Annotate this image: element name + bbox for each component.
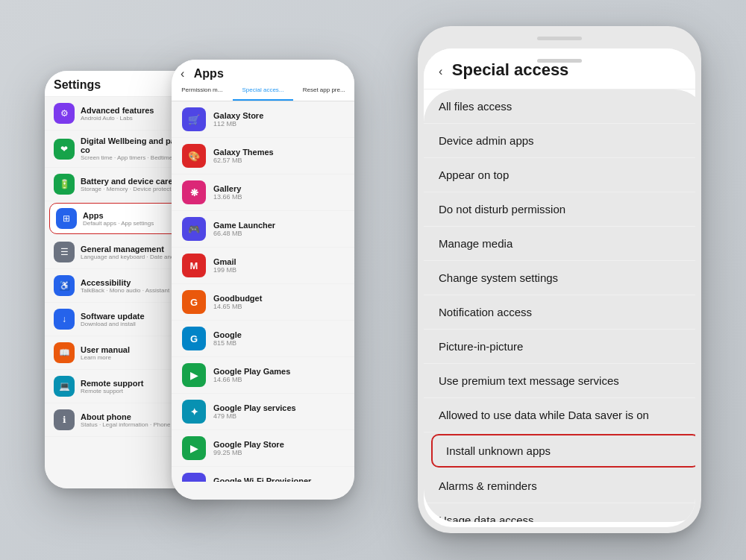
settings-icon-general: ☰ xyxy=(54,242,75,262)
app-item-google-wifi[interactable]: ✉ Google Wi-Fi Provisioner 3.41 MB xyxy=(172,467,354,482)
app-name: Gmail xyxy=(213,257,236,266)
settings-icon-manual: 📖 xyxy=(54,342,75,363)
app-icon-google: G xyxy=(182,327,206,350)
app-item-gallery[interactable]: ❋ Gallery 13.66 MB xyxy=(172,174,354,211)
back-arrow-special-icon[interactable]: ‹ xyxy=(439,65,442,78)
phone-apps: ‹ Apps Permission m... Special acces... … xyxy=(172,60,354,500)
app-text-google-play-services: Google Play services 479 MB xyxy=(213,403,296,420)
app-icon-google-play-games: ▶ xyxy=(182,363,206,387)
settings-item-title: Software update xyxy=(81,312,145,321)
app-size: 62.57 MB xyxy=(213,157,274,164)
app-size: 66.48 MB xyxy=(213,230,275,237)
app-item-galaxy-themes[interactable]: 🎨 Galaxy Themes 62.57 MB xyxy=(172,138,354,174)
access-item-dnd[interactable]: Do not disturb permission xyxy=(424,192,695,227)
app-item-game-launcher[interactable]: 🎮 Game Launcher 66.48 MB xyxy=(172,211,354,248)
settings-item-subtitle: Android Auto · Labs xyxy=(81,115,154,122)
app-text-google-play-games: Google Play Games 14.66 MB xyxy=(213,367,290,383)
access-item-usage-data[interactable]: Usage data access xyxy=(424,503,695,522)
access-item-device-admin[interactable]: Device admin apps xyxy=(424,124,695,158)
access-item-pip[interactable]: Picture-in-picture xyxy=(424,330,695,364)
settings-text-advanced: Advanced features Android Auto · Labs xyxy=(81,106,154,122)
access-item-alarms[interactable]: Alarms & reminders xyxy=(424,469,695,503)
settings-item-title: Remote support xyxy=(81,379,143,388)
settings-text-software: Software update Download and install xyxy=(81,312,145,327)
access-item-data-saver[interactable]: Allowed to use data while Data saver is … xyxy=(424,398,695,432)
special-access-screen: ‹ Special access All files accessDevice … xyxy=(424,48,695,527)
app-size: 99.25 MB xyxy=(213,449,284,456)
settings-item-subtitle: Remote support xyxy=(81,388,143,394)
settings-item-title: Accessibility xyxy=(81,278,181,287)
settings-text-battery: Battery and device care Storage · Memory… xyxy=(81,177,179,192)
app-item-gmail[interactable]: M Gmail 199 MB xyxy=(172,248,354,284)
app-name: Google xyxy=(213,330,242,339)
app-icon-google-wifi: ✉ xyxy=(182,473,206,482)
app-name: Google Wi-Fi Provisioner xyxy=(213,476,311,482)
app-text-gallery: Gallery 13.66 MB xyxy=(213,184,242,201)
app-size: 479 MB xyxy=(213,412,296,420)
settings-icon-about: ℹ xyxy=(54,409,75,430)
settings-icon-battery: 🔋 xyxy=(54,174,75,195)
settings-item-subtitle: Storage · Memory · Device protection xyxy=(81,186,179,192)
access-item-all-files[interactable]: All files access xyxy=(424,89,695,124)
settings-text-accessibility: Accessibility TalkBack · Mono audio · As… xyxy=(81,278,181,294)
settings-item-subtitle: Download and install xyxy=(81,321,145,327)
app-text-gmail: Gmail 199 MB xyxy=(213,257,236,274)
apps-header: ‹ Apps xyxy=(172,60,354,81)
app-item-google[interactable]: G Google 815 MB xyxy=(172,321,354,357)
access-item-notification[interactable]: Notification access xyxy=(424,295,695,330)
app-size: 112 MB xyxy=(213,120,263,128)
access-item-install-unknown[interactable]: Install unknown apps xyxy=(431,434,695,468)
settings-icon-apps: ⊞ xyxy=(56,208,77,229)
app-text-galaxy-themes: Galaxy Themes 62.57 MB xyxy=(213,148,274,164)
back-arrow-icon[interactable]: ‹ xyxy=(181,67,184,81)
settings-icon-wellbeing: ❤ xyxy=(54,139,75,160)
settings-icon-advanced: ⚙ xyxy=(54,103,75,124)
app-icon-gmail: M xyxy=(182,254,206,277)
settings-item-title: Advanced features xyxy=(81,106,154,115)
app-name: Galaxy Store xyxy=(213,111,263,120)
tab-special[interactable]: Special acces... xyxy=(233,81,294,101)
app-name: Goodbudget xyxy=(213,294,262,303)
access-item-media[interactable]: Manage media xyxy=(424,227,695,261)
app-text-game-launcher: Game Launcher 66.48 MB xyxy=(213,221,275,237)
access-item-system-settings[interactable]: Change system settings xyxy=(424,261,695,295)
settings-item-subtitle: Learn more xyxy=(81,354,130,361)
app-icon-google-play-store: ▶ xyxy=(182,436,206,460)
app-icon-google-play-services: ✦ xyxy=(182,400,206,424)
access-item-premium-sms[interactable]: Use premium text message services xyxy=(424,364,695,398)
access-item-appear-top[interactable]: Appear on top xyxy=(424,158,695,192)
tab-permission[interactable]: Permission m... xyxy=(172,81,233,101)
apps-tabs: Permission m... Special acces... Reset a… xyxy=(172,81,354,101)
app-text-galaxy-store: Galaxy Store 112 MB xyxy=(213,111,263,128)
app-size: 13.66 MB xyxy=(213,193,242,201)
app-size: 199 MB xyxy=(213,266,236,274)
special-access-header: ‹ Special access xyxy=(424,48,695,89)
app-text-goodbudget: Goodbudget 14.65 MB xyxy=(213,294,262,310)
app-icon-galaxy-store: 🛒 xyxy=(182,107,206,131)
settings-item-title: Battery and device care xyxy=(81,177,179,186)
app-item-google-play-games[interactable]: ▶ Google Play Games 14.66 MB xyxy=(172,357,354,394)
settings-icon-accessibility: ♿ xyxy=(54,275,75,296)
tab-reset[interactable]: Reset app pre... xyxy=(293,81,354,101)
app-name: Google Play Games xyxy=(213,367,290,376)
special-access-list: All files accessDevice admin appsAppear … xyxy=(424,89,695,522)
app-icon-gallery: ❋ xyxy=(182,180,206,204)
app-name: Game Launcher xyxy=(213,221,275,230)
app-item-galaxy-store[interactable]: 🛒 Galaxy Store 112 MB xyxy=(172,101,354,138)
settings-icon-software: ↓ xyxy=(54,309,75,330)
app-size: 14.66 MB xyxy=(213,376,290,383)
app-text-google-play-store: Google Play Store 99.25 MB xyxy=(213,440,284,456)
settings-item-subtitle: TalkBack · Mono audio · Assistant m... xyxy=(81,287,181,294)
settings-text-remote: Remote support Remote support xyxy=(81,379,143,394)
settings-text-apps: Apps Default apps · App settings xyxy=(83,211,154,227)
app-name: Google Play services xyxy=(213,403,296,412)
app-icon-galaxy-themes: 🎨 xyxy=(182,144,206,168)
apps-screen: ‹ Apps Permission m... Special acces... … xyxy=(172,60,354,500)
phone-special-access: ‹ Special access All files accessDevice … xyxy=(418,26,701,533)
app-item-goodbudget[interactable]: G Goodbudget 14.65 MB xyxy=(172,284,354,321)
settings-icon-remote: 💻 xyxy=(54,376,75,397)
app-item-google-play-store[interactable]: ▶ Google Play Store 99.25 MB xyxy=(172,430,354,467)
app-item-google-play-services[interactable]: ✦ Google Play services 479 MB xyxy=(172,394,354,430)
settings-text-manual: User manual Learn more xyxy=(81,345,130,361)
app-text-google-wifi: Google Wi-Fi Provisioner 3.41 MB xyxy=(213,476,311,482)
